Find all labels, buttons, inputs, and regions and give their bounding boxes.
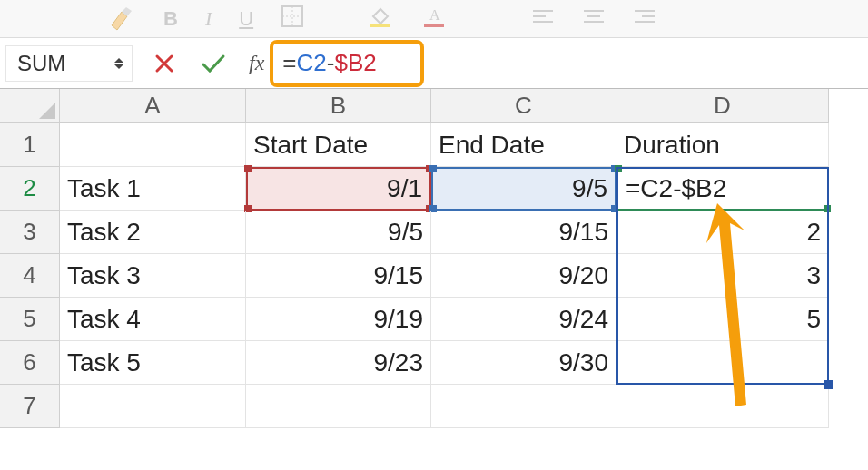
- svg-rect-3: [370, 24, 390, 27]
- confirm-formula-button[interactable]: [200, 53, 227, 74]
- cell-c1[interactable]: End Date: [431, 123, 616, 167]
- cell-a6[interactable]: Task 5: [60, 341, 246, 385]
- cell-c2[interactable]: 9/5: [431, 167, 616, 211]
- cell-b7[interactable]: [246, 385, 431, 428]
- col-header-b[interactable]: B: [246, 89, 431, 123]
- row-header-4[interactable]: 4: [0, 254, 60, 298]
- cell-b5[interactable]: 9/19: [246, 298, 431, 341]
- cell-c2-value: 9/5: [572, 174, 607, 203]
- align-left-icon[interactable]: [531, 7, 555, 31]
- cell-a1[interactable]: [60, 123, 246, 167]
- formula-token-op: -: [327, 49, 335, 77]
- name-box-stepper[interactable]: [113, 56, 124, 71]
- cell-d2[interactable]: =C2-$B2: [616, 167, 829, 211]
- col-header-d[interactable]: D: [616, 89, 829, 123]
- fx-label[interactable]: fx: [249, 51, 264, 75]
- cell-a4[interactable]: Task 3: [60, 254, 246, 298]
- cell-b2[interactable]: 9/1: [246, 167, 431, 211]
- column-headers: A B C D: [0, 89, 868, 123]
- row-header-5[interactable]: 5: [0, 298, 60, 341]
- cell-d1[interactable]: Duration: [616, 123, 829, 167]
- cell-c7[interactable]: [431, 385, 616, 428]
- row-5: 5 Task 4 9/19 9/24 5: [0, 298, 868, 341]
- row-7: 7: [0, 385, 868, 428]
- select-all-corner[interactable]: [0, 89, 60, 123]
- underline-button[interactable]: U: [239, 7, 253, 31]
- selection-fill-handle[interactable]: [824, 380, 833, 389]
- cell-b1[interactable]: Start Date: [246, 123, 431, 167]
- cell-d7[interactable]: [616, 385, 829, 428]
- row-6: 6 Task 5 9/23 9/30: [0, 341, 868, 385]
- row-header-1[interactable]: 1: [0, 123, 60, 167]
- cell-d6[interactable]: [616, 341, 829, 385]
- svg-rect-5: [424, 24, 444, 27]
- row-header-3[interactable]: 3: [0, 211, 60, 254]
- cell-b2-value: 9/1: [387, 174, 422, 203]
- cell-b6[interactable]: 9/23: [246, 341, 431, 385]
- formula-token-eq: =: [282, 49, 296, 77]
- fill-color-icon[interactable]: [368, 5, 395, 33]
- cancel-formula-button[interactable]: [151, 53, 178, 74]
- cell-a2[interactable]: Task 1: [60, 167, 246, 211]
- ribbon-toolbar: B I U A: [0, 0, 868, 38]
- name-box[interactable]: SUM: [5, 45, 133, 82]
- cell-d4[interactable]: 3: [616, 254, 829, 298]
- col-header-c[interactable]: C: [431, 89, 616, 123]
- cell-c6[interactable]: 9/30: [431, 341, 616, 385]
- cell-c5[interactable]: 9/24: [431, 298, 616, 341]
- col-header-a[interactable]: A: [60, 89, 246, 123]
- cell-a7[interactable]: [60, 385, 246, 428]
- svg-text:A: A: [429, 7, 440, 23]
- chevron-up-icon: [113, 56, 124, 64]
- formula-bar: SUM fx =C2-$B2: [0, 38, 868, 89]
- row-header-6[interactable]: 6: [0, 341, 60, 385]
- font-color-icon[interactable]: A: [422, 5, 449, 33]
- row-header-2[interactable]: 2: [0, 167, 60, 211]
- formula-input[interactable]: =C2-$B2: [270, 40, 424, 87]
- italic-button[interactable]: I: [205, 7, 212, 31]
- name-box-value: SUM: [17, 51, 65, 76]
- svg-rect-0: [282, 6, 302, 26]
- row-1: 1 Start Date End Date Duration: [0, 123, 868, 167]
- cell-c4[interactable]: 9/20: [431, 254, 616, 298]
- cell-d5[interactable]: 5: [616, 298, 829, 341]
- format-painter-icon: [109, 7, 136, 31]
- align-center-icon[interactable]: [582, 7, 606, 31]
- chevron-down-icon: [113, 64, 124, 71]
- row-3: 3 Task 2 9/5 9/15 2: [0, 211, 868, 254]
- cell-a5[interactable]: Task 4: [60, 298, 246, 341]
- cell-b3[interactable]: 9/5: [246, 211, 431, 254]
- cell-d2-value: =C2-$B2: [626, 174, 726, 203]
- row-4: 4 Task 3 9/15 9/20 3: [0, 254, 868, 298]
- row-2: 2 Task 1 9/1 9/5 =C2-$B2: [0, 167, 868, 211]
- row-header-7[interactable]: 7: [0, 385, 60, 428]
- cell-c3[interactable]: 9/15: [431, 211, 616, 254]
- spreadsheet-grid[interactable]: A B C D 1 Start Date End Date Duration 2…: [0, 89, 868, 428]
- cell-a3[interactable]: Task 2: [60, 211, 246, 254]
- formula-token-b2: $B2: [334, 49, 376, 77]
- formula-token-c2: C2: [297, 49, 327, 77]
- bold-button[interactable]: B: [163, 7, 178, 31]
- borders-icon[interactable]: [281, 5, 304, 34]
- align-right-icon[interactable]: [633, 7, 656, 31]
- cell-b4[interactable]: 9/15: [246, 254, 431, 298]
- cell-d3[interactable]: 2: [616, 211, 829, 254]
